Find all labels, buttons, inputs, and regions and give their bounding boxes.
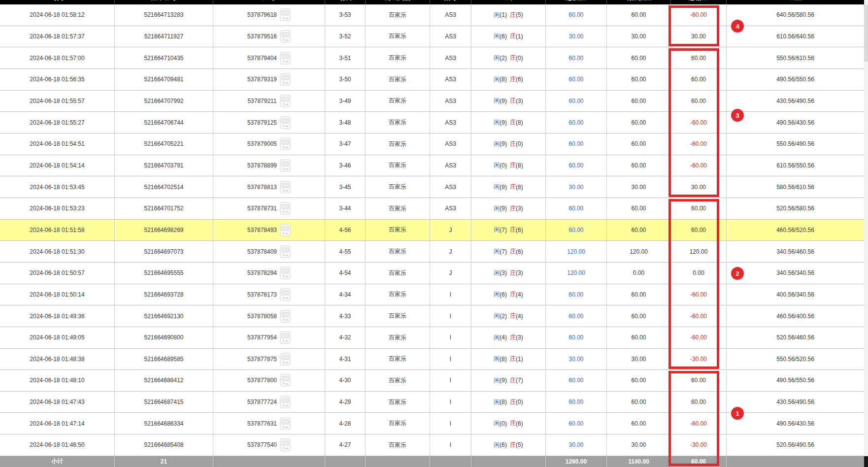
round-number-value: 537877540 — [247, 441, 277, 448]
game-record-icon[interactable] — [280, 116, 291, 129]
total-bet-link[interactable]: 120.00 — [567, 248, 585, 255]
table-row[interactable]: 2024-06-18 01:51:30 521664697073 5378784… — [0, 241, 864, 263]
table-row[interactable]: 2024-06-18 01:49:36 521664692130 5378780… — [0, 305, 864, 327]
table-row[interactable]: 2024-06-18 01:54:51 521664705221 5378790… — [0, 133, 864, 155]
total-bet-link[interactable]: 60.00 — [568, 119, 583, 126]
game-record-icon[interactable] — [280, 245, 291, 258]
total-bet-link[interactable]: 60.00 — [568, 377, 583, 384]
table-row[interactable]: 2024-06-18 01:50:57 521664695555 5378782… — [0, 263, 864, 284]
game-record-icon[interactable] — [280, 374, 291, 387]
session-cell: 3-46 — [325, 155, 366, 176]
table-row[interactable]: 2024-06-18 01:48:38 521664689585 5378778… — [0, 349, 864, 370]
valid-bet-value: 30.00 — [631, 441, 646, 448]
game-record-icon[interactable] — [280, 202, 291, 215]
table-number-cell: I — [430, 413, 471, 434]
banker-result-points: (5) — [516, 11, 523, 18]
game-type-cell: 百家乐 — [366, 220, 430, 241]
table-row[interactable]: 2024-06-18 01:55:57 521664707992 5378792… — [0, 91, 864, 112]
table-row[interactable]: 2024-06-18 01:53:23 521664701752 5378787… — [0, 198, 864, 220]
total-bet-cell: 60.00 — [546, 284, 607, 305]
player-result-label: 闲 — [494, 226, 500, 234]
vertical-scrollbar[interactable] — [864, 0, 868, 467]
table-number-cell: AS3 — [430, 91, 471, 112]
total-bet-link[interactable]: 30.00 — [568, 184, 583, 191]
result-cell: 闲(9) 庄(3) — [471, 198, 546, 219]
total-bet-link[interactable]: 60.00 — [568, 291, 583, 298]
total-bet-cell: 60.00 — [546, 413, 607, 434]
round-number-cell: 537878409 — [213, 241, 325, 262]
round-number-value: 537879618 — [247, 11, 277, 18]
player-result-label: 闲 — [494, 312, 500, 320]
table-row[interactable]: 2024-06-18 01:49:05 521664690800 5378779… — [0, 327, 864, 349]
time-cell: 2024-06-18 01:48:38 — [0, 349, 115, 370]
table-row[interactable]: 2024-06-18 01:58:12 521664713283 5378796… — [0, 4, 864, 26]
game-record-icon[interactable] — [280, 73, 291, 86]
total-bet-cell: 60.00 — [546, 4, 607, 26]
valid-bet-value: 60.00 — [631, 420, 646, 427]
col-header-bet_no: 注单编号 — [115, 0, 213, 4]
col-header-win_loss: 总输赢 — [671, 0, 727, 4]
time-cell: 2024-06-18 01:51:58 — [0, 220, 115, 241]
game-record-icon[interactable] — [280, 181, 291, 194]
table-row[interactable]: 2024-06-18 01:47:14 521664686334 5378776… — [0, 413, 864, 434]
table-row[interactable]: 2024-06-18 01:56:35 521664709481 5378793… — [0, 69, 864, 91]
game-record-icon[interactable] — [280, 30, 291, 43]
total-bet-cell: 30.00 — [546, 176, 607, 198]
banker-result-label: 庄 — [510, 355, 516, 363]
total-bet-link[interactable]: 60.00 — [568, 76, 583, 83]
scrollbar-thumb[interactable] — [864, 5, 868, 62]
total-bet-link[interactable]: 60.00 — [568, 162, 583, 169]
table-number-value: J — [449, 227, 452, 234]
table-row[interactable]: 2024-06-18 01:54:14 521664703791 5378788… — [0, 155, 864, 177]
table-row[interactable]: 2024-06-18 01:55:27 521664706744 5378791… — [0, 112, 864, 133]
table-row[interactable]: 2024-06-18 01:57:37 521664711927 5378795… — [0, 26, 864, 48]
total-bet-link[interactable]: 60.00 — [568, 313, 583, 320]
win-loss-cell: -60.00 — [671, 155, 727, 176]
game-record-icon[interactable] — [280, 224, 291, 236]
col-header-label-table_no: 桌号 — [430, 0, 471, 2]
game-record-icon[interactable] — [280, 396, 291, 408]
player-result-points: (3) — [500, 269, 507, 276]
game-type-value: 百家乐 — [389, 355, 406, 363]
col-header-label-bet_no: 注单编号 — [115, 0, 213, 2]
total-bet-link[interactable]: 60.00 — [568, 205, 583, 212]
game-type-value: 百家乐 — [389, 118, 406, 127]
total-bet-link[interactable]: 120.00 — [567, 269, 585, 276]
remark-cell: 340.56/340.56 — [727, 263, 864, 284]
table-row[interactable]: 2024-06-18 01:53:45 521664702514 5378788… — [0, 176, 864, 198]
game-record-icon[interactable] — [280, 438, 291, 451]
total-bet-link[interactable]: 60.00 — [568, 227, 583, 234]
total-bet-link[interactable]: 30.00 — [568, 356, 583, 363]
table-number-cell: I — [430, 327, 471, 348]
game-record-icon[interactable] — [280, 159, 291, 172]
total-bet-link[interactable]: 60.00 — [568, 399, 583, 405]
total-bet-link[interactable]: 60.00 — [568, 98, 583, 104]
player-result-points: (6) — [500, 441, 507, 448]
total-bet-link[interactable]: 30.00 — [568, 33, 583, 40]
total-bet-link[interactable]: 60.00 — [568, 140, 583, 147]
total-bet-link[interactable]: 30.00 — [568, 441, 583, 448]
table-row[interactable]: 2024-06-18 01:57:00 521664710435 5378794… — [0, 47, 864, 69]
banker-result-label: 庄 — [510, 376, 516, 385]
table-row[interactable]: 2024-06-18 01:46:50 521664685408 5378775… — [0, 434, 864, 456]
total-bet-link[interactable]: 60.00 — [568, 334, 583, 341]
table-row[interactable]: 2024-06-18 01:47:43 521664687415 5378777… — [0, 392, 864, 413]
game-record-icon[interactable] — [280, 267, 291, 279]
table-number-value: AS3 — [445, 162, 456, 169]
total-bet-link[interactable]: 60.00 — [568, 420, 583, 427]
total-bet-link[interactable]: 60.00 — [568, 55, 583, 62]
table-row[interactable]: 2024-06-18 01:51:58 521664698269 5378784… — [0, 220, 864, 241]
total-bet-link[interactable]: 60.00 — [568, 11, 583, 18]
game-record-icon[interactable] — [280, 288, 291, 301]
table-row[interactable]: 2024-06-18 01:50:14 521664693728 5378781… — [0, 284, 864, 306]
game-record-icon[interactable] — [280, 331, 291, 344]
game-record-icon[interactable] — [280, 310, 291, 323]
game-record-icon[interactable] — [280, 52, 291, 65]
win-loss-cell: -60.00 — [671, 327, 727, 348]
game-record-icon[interactable] — [280, 137, 291, 150]
game-record-icon[interactable] — [280, 353, 291, 366]
game-record-icon[interactable] — [280, 95, 291, 107]
table-row[interactable]: 2024-06-18 01:48:10 521664688412 5378778… — [0, 370, 864, 392]
game-record-icon[interactable] — [280, 417, 291, 430]
game-record-icon[interactable] — [280, 8, 291, 21]
